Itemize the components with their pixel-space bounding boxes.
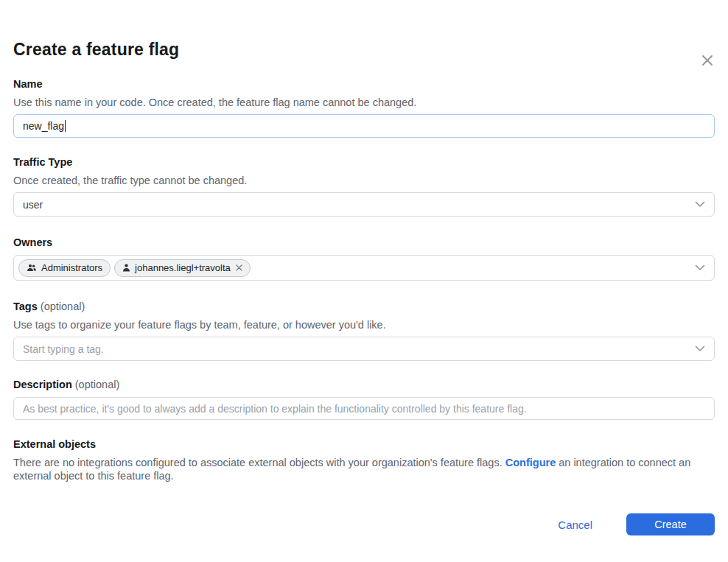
close-icon bbox=[700, 53, 715, 68]
traffic-type-description: Once created, the traffic type cannot be… bbox=[13, 175, 715, 186]
description-input-wrap bbox=[13, 397, 715, 420]
description-label: Description (optional) bbox=[13, 379, 715, 390]
tags-optional-suffix: (optional) bbox=[38, 301, 85, 312]
user-icon bbox=[122, 264, 130, 272]
create-button[interactable]: Create bbox=[626, 513, 715, 535]
owner-chip-label: johannes.liegl+travolta bbox=[135, 262, 231, 273]
owners-field: Owners Administrators bbox=[13, 237, 715, 281]
chevron-down-icon bbox=[695, 201, 705, 208]
owner-chip[interactable]: Administrators bbox=[18, 259, 111, 277]
description-input[interactable] bbox=[23, 398, 705, 419]
traffic-type-label: Traffic Type bbox=[13, 157, 715, 168]
remove-owner-button[interactable] bbox=[236, 264, 242, 271]
modal-title: Create a feature flag bbox=[13, 40, 715, 60]
name-input[interactable]: new_flag bbox=[13, 114, 715, 138]
configure-link[interactable]: Configure bbox=[505, 457, 556, 468]
description-optional-suffix: (optional) bbox=[72, 379, 119, 390]
text-caret bbox=[65, 120, 66, 132]
tags-label: Tags (optional) bbox=[13, 301, 715, 312]
name-field: Name Use this name in your code. Once cr… bbox=[13, 79, 715, 138]
tags-field: Tags (optional) Use tags to organize you… bbox=[13, 301, 715, 361]
tags-select bbox=[13, 337, 715, 361]
close-button[interactable] bbox=[699, 52, 716, 69]
modal-footer: Cancel Create bbox=[13, 513, 715, 535]
traffic-type-value: user bbox=[23, 199, 43, 211]
external-objects-text: There are no integrations configured to … bbox=[13, 456, 715, 482]
chevron-down-icon bbox=[695, 345, 705, 352]
owner-chip-label: Administrators bbox=[41, 262, 102, 273]
remove-icon bbox=[236, 264, 242, 271]
traffic-type-field: Traffic Type Once created, the traffic t… bbox=[13, 157, 715, 217]
name-description: Use this name in your code. Once created… bbox=[13, 97, 715, 108]
tags-description: Use tags to organize your feature flags … bbox=[13, 320, 715, 331]
owners-label: Owners bbox=[13, 237, 715, 248]
owner-chip[interactable]: johannes.liegl+travolta bbox=[114, 259, 251, 277]
name-input-value: new_flag bbox=[23, 120, 64, 132]
cancel-button[interactable]: Cancel bbox=[558, 519, 592, 531]
external-objects-field: External objects There are no integratio… bbox=[13, 439, 715, 482]
traffic-type-select[interactable]: user bbox=[13, 192, 715, 217]
tags-input[interactable] bbox=[23, 337, 689, 360]
external-objects-label: External objects bbox=[13, 439, 715, 450]
chevron-down-icon bbox=[695, 264, 705, 271]
create-feature-flag-modal: Create a feature flag Name Use this name… bbox=[0, 40, 728, 562]
owners-select[interactable]: Administrators johannes.liegl+travolta bbox=[13, 255, 715, 281]
owner-chips: Administrators johannes.liegl+travolta bbox=[18, 259, 689, 277]
group-icon bbox=[27, 264, 37, 272]
description-field: Description (optional) bbox=[13, 379, 715, 420]
name-label: Name bbox=[13, 79, 715, 90]
